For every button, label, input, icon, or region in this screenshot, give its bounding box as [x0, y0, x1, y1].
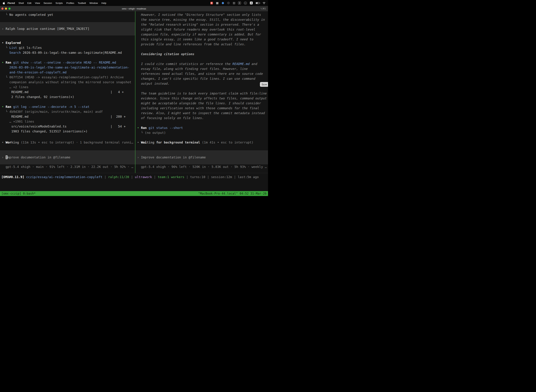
terminal-line: The team guideline is to back every impo…: [135, 91, 268, 96]
terminal-line: [0, 17, 135, 22]
keyboard-icon[interactable]: ▦: [216, 2, 219, 5]
terminal-line: essay file, along with finding root file…: [135, 66, 268, 71]
terminal-line: • Explored: [0, 40, 135, 45]
terminal-line: [135, 56, 268, 61]
menu-toolbelt[interactable]: Toolbelt: [76, 2, 88, 5]
terminal-line: • Working (11m 13s • esc to interrupt) ·…: [0, 140, 135, 145]
ralph-loop-banner: › Ralph loop active continue [OMX_TMUX_I…: [0, 22, 135, 36]
battery-icon[interactable]: [256, 2, 259, 4]
apple-menu-icon[interactable]: [3, 2, 5, 5]
terminal-line: I could cite commit statistics or refere…: [135, 61, 268, 66]
wifi-icon[interactable]: [263, 2, 266, 4]
terminal-line: › Improve documentation in @filename: [0, 155, 135, 160]
terminal-line: • Ran git log --oneline --decorate -n 5 …: [0, 104, 135, 109]
terminal-line: [0, 99, 135, 104]
terminal-line: [135, 121, 268, 125]
menu-scripts[interactable]: Scripts: [54, 2, 65, 5]
terminal-line: gpt-5.4 xhigh · main · 91% left · 2.31M …: [0, 164, 135, 169]
gauge-icon[interactable]: 61: [244, 2, 247, 5]
screen-edge-tooltip[interactable]: Scre: [260, 82, 268, 87]
terminal-line: › Improve documentation in @filename: [135, 155, 268, 160]
menubar-status-icons: ▦ 8 61 A: [210, 2, 266, 5]
left-pane[interactable]: └ No agents completed yet › Ralph loop a…: [0, 11, 135, 173]
terminal-line: • Ran git status --short: [135, 125, 268, 130]
terminal-line: and-the-erosion-of-copyleft.md: [0, 70, 135, 75]
terminal-line: [OMX#0.11.9] cczip/essay/ai-reimplementa…: [0, 175, 268, 179]
terminal-line: • Ran git show --stat --oneline --decora…: [0, 60, 135, 65]
menu-session[interactable]: Session: [42, 2, 54, 5]
terminal-line: output instead.: [135, 81, 268, 86]
banner-line: › Ralph loop active continue [OMX_TMUX_I…: [0, 26, 135, 31]
raycast-icon[interactable]: [222, 2, 224, 5]
tmux-status-bar: [omx-cczip] 0:bash* "MacBook-Pro-44.loca…: [0, 191, 268, 196]
terminal-line: references need actual files, and since …: [135, 71, 268, 76]
left-pane-content: └ No agents completed yet › Ralph loop a…: [0, 12, 135, 134]
terminal-line: the source tree, missing the essay. Stil…: [135, 17, 268, 22]
terminal-line: 2026-03-09-is-legal-the-same-as-legitima…: [0, 65, 135, 70]
app-circle-icon[interactable]: [227, 2, 230, 4]
key-8-icon[interactable]: 8: [238, 2, 241, 5]
menu-window[interactable]: Window: [88, 2, 100, 5]
window-title-bar[interactable]: omx --xhigh --madmax ⌥⌘1: [0, 6, 268, 11]
terminal-line: the "Related research writing" section i…: [135, 22, 268, 27]
menu-help[interactable]: Help: [100, 2, 108, 5]
window-title: omx --xhigh --madmax: [0, 7, 268, 10]
tmux-session-info: [omx-cczip] 0:bash*: [1, 191, 36, 196]
screen: iTerm2ShellEditViewSessionScriptsProfile…: [0, 0, 268, 196]
terminal-line: Considering citation options: [135, 52, 268, 56]
terminal-line: └ List git ls-files: [0, 45, 135, 50]
terminal-line: provide file and line references from th…: [135, 42, 268, 47]
terminal-line: evidence. Since this change only affects…: [135, 96, 268, 101]
terminal-line: src/voice/voiceModeEnabled.ts | 54 +: [0, 124, 135, 129]
terminal-line: Search 2026-03-09-is-legal-the-same-as-l…: [0, 50, 135, 55]
terminal-line: However, I noticed the "Directory Struct…: [135, 12, 268, 17]
menu-bar: iTerm2ShellEditViewSessionScriptsProfile…: [0, 0, 268, 6]
terminal-line: [135, 47, 268, 52]
left-working-line: • Working (11m 13s • esc to interrupt) ·…: [0, 140, 135, 145]
terminal-line: gpt-5.4 xhigh · 96% left · 520K in · 5.8…: [135, 164, 268, 169]
terminal-line: [0, 36, 135, 40]
menu-profiles[interactable]: Profiles: [65, 2, 76, 5]
right-input-line: › Improve documentation in @filename: [135, 155, 268, 160]
terminal-line: including verification notes with those …: [135, 106, 268, 111]
terminal-line: [0, 55, 135, 60]
terminal-line: 1903 files changed, 513517 insertions(+): [0, 129, 135, 134]
terminal-line: of focusing solely on file lines.: [135, 116, 268, 121]
right-pane-content: However, I noticed the "Directory Struct…: [135, 12, 268, 135]
terminal-line: review. Also, I might want to inspect th…: [135, 111, 268, 116]
terminal-line: slight risk that future readers may over…: [135, 27, 268, 32]
stop-recording-icon[interactable]: [210, 2, 213, 5]
terminal-line: [135, 86, 268, 91]
left-pane-bottom: • Working (11m 13s • esc to interrupt) ·…: [0, 140, 135, 173]
terminal-line: └ 4b9d30f (origin/main, instructkr/main,…: [0, 109, 135, 114]
terminal-line: 2 files changed, 92 insertions(+): [0, 94, 135, 99]
terminal-line: … +2 lines: [0, 85, 135, 89]
terminal-line: └ No agents completed yet: [0, 12, 135, 17]
right-pane[interactable]: However, I noticed the "Directory Struct…: [135, 11, 268, 173]
terminal-line: README.md | 4 +: [0, 89, 135, 94]
input-source-icon[interactable]: A: [250, 2, 253, 5]
right-working-line: • Waiting for background terminal (1m 41…: [135, 140, 268, 145]
terminal-line: • Waiting for background terminal (1m 41…: [135, 140, 268, 145]
omx-status-line: [OMX#0.11.9] cczip/essay/ai-reimplementa…: [0, 175, 268, 179]
terminal-line: README.md | 280 +: [0, 114, 135, 119]
tmux-host-time: "MacBook-Pro-44.local" 04:52 31-Mar-26: [198, 191, 267, 196]
terminal-line: … +1901 lines: [0, 119, 135, 124]
terminal-line: might be acceptable alongside the file l…: [135, 101, 268, 106]
terminal-line: └ 067f154 (HEAD -> essay/ai-reimplementa…: [0, 75, 135, 80]
dots-grid-icon[interactable]: [233, 2, 235, 4]
terminal-line: └ (no output): [135, 130, 268, 135]
menu-shell[interactable]: Shell: [17, 2, 25, 5]
left-prompt-input[interactable]: › Improve documentation in @filename: [0, 150, 135, 164]
terminal-area: └ No agents completed yet › Ralph loop a…: [0, 11, 268, 173]
terminal-line: companion analysis without altering the …: [0, 80, 135, 85]
menu-edit[interactable]: Edit: [25, 2, 33, 5]
menu-view[interactable]: View: [33, 2, 42, 5]
terminal-line: this single essay, it seems like a good …: [135, 37, 268, 42]
left-input-line: › Improve documentation in @filename: [0, 155, 135, 160]
window-shortcut: ⌥⌘1: [260, 7, 266, 10]
right-prompt-input[interactable]: › Improve documentation in @filename: [135, 150, 268, 164]
omx-status-bar: [OMX#0.11.9] cczip/essay/ai-reimplementa…: [0, 173, 268, 191]
menubar-menus: iTerm2ShellEditViewSessionScriptsProfile…: [6, 2, 108, 5]
menu-iterm2[interactable]: iTerm2: [6, 2, 17, 5]
